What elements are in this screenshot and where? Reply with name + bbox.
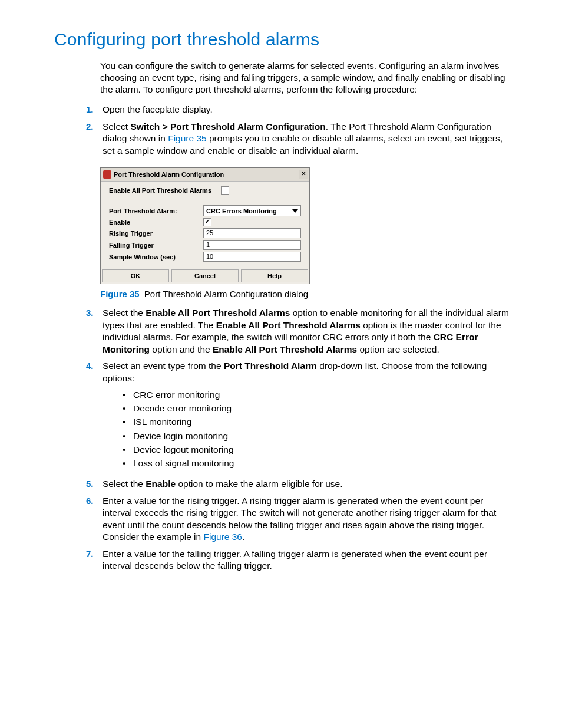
step-number: 5. — [86, 478, 94, 490]
step-1-text: Open the faceplate display. — [103, 104, 213, 114]
step-2: 2. Select Switch > Port Threshold Alarm … — [86, 121, 509, 162]
enable-all-label: Enable All Port Threshold Alarms — [109, 187, 221, 194]
rising-trigger-input[interactable]: 25 — [203, 228, 301, 238]
t: option are selected. — [357, 344, 439, 354]
cancel-button[interactable]: Cancel — [171, 269, 239, 282]
t: Port Threshold Alarm — [224, 361, 317, 371]
enable-all-checkbox[interactable] — [221, 186, 229, 195]
app-icon — [103, 170, 111, 179]
help-button[interactable]: Help — [241, 269, 308, 282]
step-number: 7. — [86, 548, 94, 560]
port-threshold-alarm-dropdown[interactable]: CRC Errors Monitoring — [203, 205, 301, 216]
t: Enter a value for the rising trigger. A … — [103, 496, 496, 542]
step-2-pre: Select — [103, 121, 130, 131]
step-4: 4. Select an event type from the Port Th… — [86, 360, 509, 478]
step-number: 1. — [86, 104, 94, 116]
dialog-title: Port Threshold Alarm Configuration — [114, 171, 299, 178]
falling-trigger-label: Falling Trigger — [109, 242, 203, 249]
step-7-text: Enter a value for the falling trigger. A… — [103, 549, 487, 571]
option-los: Loss of signal monitoring — [123, 456, 509, 470]
step-number: 6. — [86, 495, 94, 507]
rising-trigger-label: Rising Trigger — [109, 230, 203, 237]
t: Enable All Port Threshold Alarms — [213, 344, 357, 354]
dialog-titlebar: Port Threshold Alarm Configuration ✕ — [101, 168, 309, 182]
dropdown-value: CRC Errors Monitoring — [206, 207, 277, 215]
port-threshold-dialog: Port Threshold Alarm Configuration ✕ Ena… — [100, 167, 310, 284]
figure-label: Figure 35 — [100, 289, 140, 299]
page-heading: Configuring port threshold alarms — [54, 29, 509, 50]
option-crc: CRC error monitoring — [123, 388, 509, 401]
step-6: 6. Enter a value for the rising trigger.… — [86, 495, 509, 548]
step-2-bold: Switch > Port Threshold Alarm Configurat… — [130, 121, 325, 131]
option-logout: Device logout monitoring — [123, 443, 509, 456]
t: Enable — [146, 479, 176, 489]
t: Select an event type from the — [103, 361, 224, 371]
intro-paragraph: You can configure the switch to generate… — [100, 60, 509, 95]
step-number: 2. — [86, 121, 94, 133]
help-accelerator: H — [267, 272, 272, 279]
figure-36-link[interactable]: Figure 36 — [203, 532, 242, 542]
option-decode: Decode error monitoring — [123, 401, 509, 415]
t: option and the — [150, 344, 213, 354]
option-isl: ISL monitoring — [123, 415, 509, 429]
sample-window-input[interactable]: 10 — [203, 252, 301, 262]
sample-window-label: Sample Window (sec) — [109, 253, 203, 261]
port-threshold-alarm-label: Port Threshold Alarm: — [109, 207, 203, 215]
step-number: 4. — [86, 360, 94, 372]
step-7: 7. Enter a value for the falling trigger… — [86, 548, 509, 577]
step-5: 5. Select the Enable option to make the … — [86, 478, 509, 495]
chevron-down-icon — [292, 209, 298, 213]
close-icon[interactable]: ✕ — [299, 170, 308, 179]
t: option to make the alarm eligible for us… — [176, 479, 342, 489]
t: Select the — [103, 308, 146, 318]
ok-button[interactable]: OK — [102, 269, 169, 282]
step-3: 3. Select the Enable All Port Threshold … — [86, 307, 509, 360]
t: Select the — [103, 479, 146, 489]
option-login: Device login monitoring — [123, 429, 509, 443]
figure-35-caption: Figure 35 Port Threshold Alarm Configura… — [100, 289, 509, 299]
help-rest: elp — [272, 272, 282, 279]
step-number: 3. — [86, 307, 94, 319]
t: Enable All Port Threshold Alarms — [216, 320, 361, 330]
t: . — [242, 532, 244, 542]
falling-trigger-input[interactable]: 1 — [203, 240, 301, 250]
enable-label: Enable — [109, 219, 203, 226]
figure-35-link[interactable]: Figure 35 — [168, 133, 206, 143]
figure-caption-text: Port Threshold Alarm Configuration dialo… — [142, 289, 308, 299]
enable-checkbox[interactable]: ✔ — [203, 218, 211, 226]
step-1: 1. Open the faceplate display. — [86, 104, 509, 120]
t: Enable All Port Threshold Alarms — [146, 308, 290, 318]
